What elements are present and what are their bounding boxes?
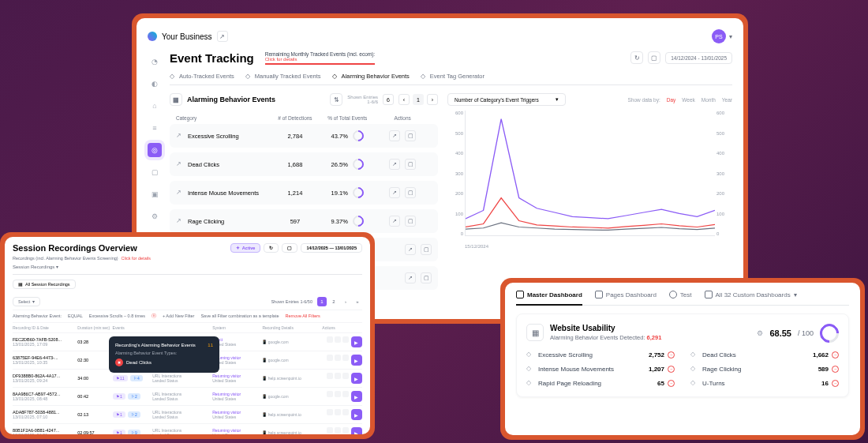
usability-score: 68.55 bbox=[769, 328, 791, 338]
row-video[interactable]: ▢ bbox=[405, 159, 416, 170]
tooltip: Recording's Alarming Behavior Events11 A… bbox=[109, 336, 219, 373]
play-button[interactable]: ▶ bbox=[351, 391, 362, 402]
table-row: ↗Excessive Scrolling 2,784 43.7% ↗▢ bbox=[170, 124, 438, 148]
row-video[interactable]: ▢ bbox=[405, 187, 416, 198]
tab-alarming[interactable]: ◇Alarming Behavior Events bbox=[332, 73, 410, 80]
row-open[interactable]: ↗ bbox=[389, 159, 400, 170]
card-title: Website Usability bbox=[550, 324, 661, 332]
chart-type-select[interactable]: Number of Category's Event Triggers▾ bbox=[447, 93, 566, 106]
gran-month[interactable]: Month bbox=[702, 97, 716, 103]
add-filter[interactable]: + Add New Filter bbox=[163, 313, 195, 319]
session-date-range[interactable]: 14/12/2025 — 13/01/2025 bbox=[301, 243, 362, 253]
current-page: 1 bbox=[413, 94, 424, 105]
grid-icon[interactable]: ▦ bbox=[170, 93, 182, 106]
user-avatar[interactable]: PS bbox=[712, 29, 726, 43]
trend-icon: → bbox=[668, 380, 675, 387]
table-row: ↗Dead Clicks 1,688 26.5% ↗▢ bbox=[170, 152, 438, 176]
calendar-icon[interactable]: ▢ bbox=[648, 51, 660, 64]
play-button[interactable]: ▶ bbox=[351, 427, 362, 434]
play-button[interactable]: ▶ bbox=[351, 355, 362, 366]
date-range[interactable]: 14/12/2024 - 13/01/2025 bbox=[665, 52, 732, 64]
save-filter[interactable]: Save all Filter combination as a templat… bbox=[200, 313, 279, 319]
sess-next[interactable]: › bbox=[341, 297, 350, 306]
row-open[interactable]: ↗ bbox=[389, 216, 400, 227]
sidebar-icon-cart[interactable]: ⌂ bbox=[148, 99, 162, 113]
metric-row: ◇Excessive Scrolling 2,752→ bbox=[526, 351, 675, 359]
play-button[interactable]: ▶ bbox=[351, 373, 362, 384]
row-video[interactable]: ▢ bbox=[421, 272, 432, 283]
table-row: ↗Intense Mouse Movements 1,214 19.1% ↗▢ bbox=[170, 181, 438, 205]
sort-icon[interactable]: ⇅ bbox=[330, 93, 342, 106]
row-video[interactable]: ▢ bbox=[421, 244, 432, 255]
gran-day[interactable]: Day bbox=[667, 97, 676, 103]
col-category[interactable]: Category bbox=[176, 115, 269, 121]
play-button[interactable]: ▶ bbox=[351, 409, 362, 420]
active-filter-btn[interactable]: ✦ Active bbox=[230, 243, 261, 253]
all-recordings-btn[interactable]: ▦ All Session Recordings bbox=[13, 280, 76, 289]
remove-filters[interactable]: Remove All Filters bbox=[286, 313, 320, 319]
business-name: Your Business ↗ bbox=[148, 31, 228, 42]
tab-session-recordings[interactable]: Session Recordings bbox=[13, 265, 54, 269]
metric-row: ◇Intense Mouse Movements 1,207→ bbox=[526, 365, 675, 373]
sess-page-cur: 1 bbox=[317, 297, 327, 306]
select-dropdown[interactable]: Select ▾ bbox=[13, 297, 40, 306]
external-link-icon[interactable]: ↗ bbox=[217, 31, 228, 42]
sidebar-icon-analytics[interactable]: ◐ bbox=[148, 77, 162, 91]
col-actions: Actions bbox=[373, 115, 432, 121]
row-open[interactable]: ↗ bbox=[389, 187, 400, 198]
session-row: 80B1F2A6-0B81-4247...13/01/2025, 06:51 0… bbox=[13, 423, 362, 434]
tab-auto-tracked[interactable]: ◇Auto-Tracked Events bbox=[170, 73, 234, 80]
sess-page-2[interactable]: 2 bbox=[329, 297, 339, 306]
refresh-icon[interactable]: ↻ bbox=[264, 243, 279, 253]
sess-last[interactable]: » bbox=[353, 297, 362, 306]
prev-page[interactable]: ‹ bbox=[398, 94, 410, 105]
entries-input[interactable]: 6 bbox=[383, 94, 394, 105]
gear-icon[interactable]: ⚙ bbox=[757, 329, 763, 337]
x-axis-start: 15/12/2024 bbox=[465, 244, 488, 249]
gran-week[interactable]: Week bbox=[682, 97, 695, 103]
row-open[interactable]: ↗ bbox=[405, 244, 416, 255]
tab-master-dashboard[interactable]: Master Dashboard bbox=[516, 291, 582, 306]
metric-row: ◇Rage Clicking 589→ bbox=[690, 365, 839, 373]
tab-manually-tracked[interactable]: ◇Manually Tracked Events bbox=[245, 73, 321, 80]
table-title: ▦ Alarming Behavior Events bbox=[170, 93, 275, 106]
col-detections[interactable]: # of Detections bbox=[269, 115, 321, 121]
trend-icon: → bbox=[832, 380, 839, 387]
entries-info: Shown Entries 1-6/6 bbox=[347, 95, 378, 104]
chevron-down-icon[interactable]: ▾ bbox=[729, 33, 732, 40]
session-row: 8AA986C7-AB97-4572...13/01/2025, 08:48 0… bbox=[13, 387, 362, 405]
line-chart: 6005004003002001000 6005004003002001000 … bbox=[447, 111, 732, 249]
calendar-icon[interactable]: ▢ bbox=[282, 243, 297, 253]
remaining-details-link[interactable]: Click for details bbox=[265, 57, 375, 62]
tab-tag-generator[interactable]: ◇Event Tag Generator bbox=[421, 73, 485, 80]
next-page[interactable]: › bbox=[427, 94, 438, 105]
usability-icon: ▦ bbox=[526, 324, 544, 341]
row-open[interactable]: ↗ bbox=[389, 130, 400, 141]
sidebar-icon-settings[interactable]: ⚙ bbox=[148, 209, 162, 223]
event-tabs: ◇Auto-Tracked Events ◇Manually Tracked E… bbox=[170, 73, 732, 85]
refresh-icon[interactable]: ↻ bbox=[630, 51, 643, 64]
gran-year[interactable]: Year bbox=[722, 97, 732, 103]
show-by-label: Show data by: bbox=[628, 97, 660, 103]
score-donut-icon bbox=[816, 320, 843, 347]
sidebar-icon-events[interactable]: ◎ bbox=[148, 143, 162, 157]
col-pct[interactable]: % of Total Events bbox=[321, 115, 373, 121]
sidebar-icon-record[interactable]: ▣ bbox=[148, 187, 162, 201]
metric-row: ◇Rapid Page Reloading 65→ bbox=[526, 379, 675, 387]
metric-row: ◇Dead Clicks 1,662→ bbox=[690, 351, 839, 359]
sidebar-icon-chat[interactable]: ▢ bbox=[148, 165, 162, 179]
tab-test[interactable]: Test bbox=[669, 291, 692, 298]
chevron-down-icon: ▾ bbox=[556, 96, 559, 103]
sidebar-icon-tune[interactable]: ≡ bbox=[148, 121, 162, 135]
trend-icon: → bbox=[832, 366, 839, 373]
play-button[interactable]: ▶ bbox=[351, 336, 362, 347]
trend-icon: → bbox=[832, 351, 839, 359]
row-video[interactable]: ▢ bbox=[405, 216, 416, 227]
logo-icon bbox=[148, 32, 157, 41]
row-video[interactable]: ▢ bbox=[405, 130, 416, 141]
tab-custom-dashboards[interactable]: All 32 Custom Dashboards ▾ bbox=[705, 291, 797, 298]
table-row: ↗Rage Clicking 597 9.37% ↗▢ bbox=[170, 209, 438, 233]
tab-pages-dashboard[interactable]: Pages Dashboard bbox=[595, 291, 657, 298]
sidebar-icon-dashboard[interactable]: ◔ bbox=[148, 54, 162, 69]
row-open[interactable]: ↗ bbox=[405, 272, 416, 283]
